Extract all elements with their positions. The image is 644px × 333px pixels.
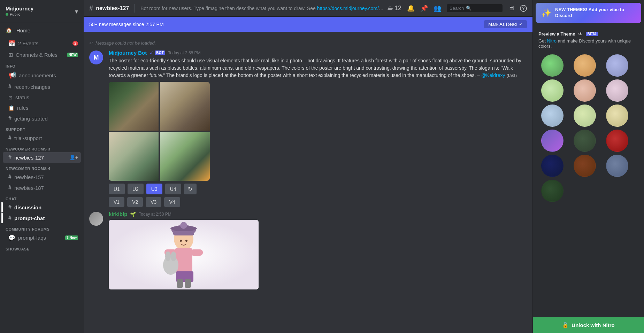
image-grid: [109, 82, 210, 181]
theme-swatch-8[interactable]: [574, 104, 596, 127]
theme-swatch-14[interactable]: [574, 155, 596, 177]
theme-banner[interactable]: ✨ NEW THEMES! Add your vibe to Discord: [536, 3, 641, 23]
reply-icon: ↩: [89, 40, 93, 46]
channel-recent-changes[interactable]: # recent-changes: [3, 82, 81, 92]
refresh-button[interactable]: ↻: [184, 184, 197, 194]
u2-button[interactable]: U2: [128, 184, 144, 194]
svg-rect-16: [177, 279, 183, 288]
nitro-button[interactable]: 🔓 Unlock with Nitro: [533, 317, 644, 333]
v4-button[interactable]: V4: [164, 197, 180, 207]
hash-count: 12: [394, 5, 401, 12]
v2-button[interactable]: V2: [127, 197, 143, 207]
channel-newbies-157[interactable]: # newbies-157: [3, 172, 81, 182]
theme-swatch-9[interactable]: [606, 104, 628, 127]
channels-roles-new-badge: NEW: [67, 53, 78, 57]
v3-button[interactable]: V3: [146, 197, 161, 207]
mark-as-read-button[interactable]: Mark As Read ✓: [484, 20, 527, 28]
u1-button[interactable]: U1: [109, 184, 125, 194]
add-member-icon[interactable]: 👤+: [69, 155, 78, 160]
prompt-faqs-icon: 💬: [8, 234, 15, 241]
section-newcomer4-header[interactable]: NEWCOMER ROOMS 4: [0, 164, 84, 171]
sidebar-item-events[interactable]: 📅 2 Events 2: [3, 38, 81, 49]
banner-text: NEW THEMES! Add your vibe to Discord: [555, 7, 636, 19]
image-cell-1[interactable]: [109, 82, 159, 131]
banner-sparkle-icon: ✨: [541, 8, 552, 18]
section-community: COMMUNITY FORUMS 💬 prompt-faqs 7 New: [0, 225, 84, 243]
right-panel: ✨ NEW THEMES! Add your vibe to Discord P…: [532, 0, 644, 333]
theme-swatch-12[interactable]: [606, 130, 628, 152]
search-box[interactable]: Search 🔍: [447, 4, 503, 12]
theme-swatch-10[interactable]: [541, 130, 564, 152]
svg-rect-9: [191, 249, 203, 256]
user-avatar: [89, 212, 103, 226]
bot-message-header: Midjourney Bot ✓ BOT Today at 2:58 PM: [109, 50, 527, 56]
user-image[interactable]: [109, 220, 259, 289]
section-newcomer3-header[interactable]: NEWCOMER ROOMS 3: [0, 145, 84, 152]
members-icon[interactable]: 👥: [434, 5, 441, 12]
sidebar-item-channels-roles[interactable]: ⊞ Channels & Roles NEW: [3, 49, 81, 60]
preview-header: Preview a Theme 👁 BETA: [538, 31, 638, 37]
hash-count-icon[interactable]: 12: [387, 5, 401, 12]
server-header[interactable]: Midjourney Public ▾: [0, 0, 84, 23]
preview-subtitle: Get Nitro and make Discord yours with un…: [538, 38, 638, 49]
v1-button[interactable]: V1: [109, 197, 124, 207]
section-community-header[interactable]: COMMUNITY FORUMS: [0, 225, 84, 232]
section-showcase-header[interactable]: SHOWCASE: [0, 245, 84, 252]
channel-discussion[interactable]: # discussion: [3, 202, 81, 212]
theme-swatch-2[interactable]: [574, 54, 596, 77]
bot-tag: BOT: [155, 51, 165, 55]
theme-swatch-5[interactable]: [574, 79, 596, 102]
sidebar-item-home[interactable]: 🏠 Home: [0, 23, 84, 38]
monitor-icon[interactable]: 🖥: [508, 5, 514, 12]
channels-roles-icon: ⊞: [8, 52, 13, 58]
preview-section: Preview a Theme 👁 BETA Get Nitro and mak…: [533, 26, 644, 208]
theme-swatch-11[interactable]: [574, 130, 596, 152]
channel-header: # newbies-127 Bot room for new users. Ty…: [84, 0, 532, 17]
channel-newbies-127[interactable]: # newbies-127 👤+: [3, 152, 81, 163]
theme-swatch-16[interactable]: [541, 180, 564, 202]
user-timestamp: Today at 2:58 PM: [139, 212, 171, 217]
theme-swatch-7[interactable]: [541, 104, 564, 127]
check-icon: ✓: [519, 22, 523, 27]
refresh-icon: ↻: [188, 186, 192, 192]
newbies127-icon: #: [8, 154, 12, 161]
channel-prompt-chat[interactable]: # prompt-chat: [3, 213, 81, 223]
theme-swatch-15[interactable]: [606, 155, 628, 177]
image-cell-4[interactable]: [160, 132, 210, 181]
home-icon: 🏠: [6, 27, 12, 33]
u3-button[interactable]: U3: [146, 184, 162, 194]
image-cell-2[interactable]: [160, 82, 210, 131]
svg-point-6: [180, 222, 187, 229]
section-showcase: SHOWCASE: [0, 245, 84, 252]
channel-hash-icon: #: [89, 4, 93, 12]
theme-swatch-13[interactable]: [541, 155, 564, 177]
section-info-header[interactable]: INFO: [0, 62, 84, 69]
channel-prompt-faqs[interactable]: 💬 prompt-faqs 7 New: [3, 232, 81, 243]
section-support-header[interactable]: SUPPORT: [0, 125, 84, 132]
channel-rules[interactable]: 📋 rules: [3, 103, 81, 113]
nitro-link[interactable]: Nitro: [547, 38, 557, 44]
u4-button[interactable]: U4: [165, 184, 181, 194]
preview-title: Preview a Theme: [538, 31, 575, 37]
user-image-inner: [109, 220, 259, 289]
docs-link[interactable]: https://docs.midjourney.com/: [317, 6, 384, 11]
pin-icon[interactable]: 📌: [420, 5, 428, 12]
channel-announcements[interactable]: 📢 announcements: [3, 69, 81, 81]
header-icons: 12 🔔 📌 👥 Search 🔍 🖥 ?: [387, 4, 527, 12]
theme-swatch-3[interactable]: [606, 54, 628, 77]
bell-icon[interactable]: 🔔: [407, 5, 415, 12]
image-cell-3[interactable]: [109, 132, 159, 181]
theme-swatch-1[interactable]: [541, 54, 564, 77]
prompt-faqs-badge: 7 New: [65, 235, 78, 240]
channel-newbies-187[interactable]: # newbies-187: [3, 183, 81, 193]
channel-trial-support[interactable]: # trial-support: [3, 133, 81, 143]
svg-rect-17: [185, 279, 191, 288]
channel-getting-started[interactable]: # getting-started: [3, 113, 81, 124]
help-icon[interactable]: ?: [520, 5, 527, 12]
server-badge: Public: [6, 11, 33, 17]
section-chat-header[interactable]: CHAT: [0, 195, 84, 202]
theme-swatch-6[interactable]: [606, 79, 628, 102]
bot-verification: ✓ BOT: [150, 50, 165, 56]
theme-swatch-4[interactable]: [541, 79, 564, 102]
channel-status[interactable]: ⊡ status: [3, 92, 81, 102]
